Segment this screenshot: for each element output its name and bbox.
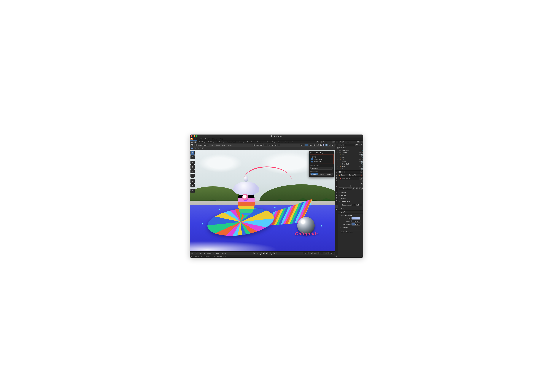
ptab-particles[interactable]: [335, 194, 338, 196]
slot-drag-handle[interactable]: ⠿: [350, 185, 351, 187]
autokey-toggle[interactable]: ●: [253, 252, 256, 254]
vp-menu-select[interactable]: Select: [215, 144, 221, 146]
ptab-scene[interactable]: [335, 182, 338, 185]
ptab-texture[interactable]: [335, 208, 338, 211]
eye-toggle[interactable]: 👁: [359, 168, 361, 169]
overlays-toggle[interactable]: ▾: [309, 144, 313, 146]
outliner-search[interactable]: [344, 144, 355, 146]
timeline-keying[interactable]: Keying: [206, 252, 212, 254]
panel-volume[interactable]: ▸Volume⠿: [338, 197, 363, 200]
viewport-metallic[interactable]: 0.000: [351, 220, 360, 223]
timeline-playback[interactable]: Playback: [195, 252, 203, 254]
render-toggle[interactable]: 📷: [361, 159, 363, 160]
vp-menu-view[interactable]: View: [209, 144, 214, 146]
slot-menu[interactable]: ▾: [360, 182, 363, 185]
menu-file[interactable]: File: [194, 138, 198, 140]
scene-world-checkbox[interactable]: ✓Scene World: [311, 161, 332, 163]
panel-lineart[interactable]: ▸Line Art⠿: [338, 210, 363, 214]
scene-new-button[interactable]: [332, 141, 335, 143]
renderpass-select[interactable]: Combined▾: [311, 167, 333, 169]
select-mode-4[interactable]: [200, 147, 201, 149]
tab-rendering[interactable]: Rendering: [255, 140, 265, 143]
ptab-tool[interactable]: [335, 171, 338, 174]
tool-select-box[interactable]: [190, 151, 194, 155]
select-mode-5[interactable]: [202, 147, 204, 149]
tab-geometry-nodes[interactable]: Geometry Nodes: [276, 140, 290, 143]
eye-toggle[interactable]: 👁: [359, 170, 361, 170]
minimize-window-button[interactable]: [194, 135, 195, 137]
outliner-item[interactable]: termark: [342, 170, 359, 170]
panel-displacement[interactable]: ▾Displacement⠿: [338, 200, 363, 203]
render-toggle[interactable]: 📷: [361, 168, 363, 169]
anim-dot-metallic[interactable]: [362, 221, 362, 222]
outliner-item[interactable]: Camera: [342, 152, 359, 153]
pause-render-button[interactable]: [331, 144, 334, 146]
timeline-editor-type[interactable]: ◐▾: [191, 252, 194, 254]
preview-range-toggle[interactable]: [310, 252, 313, 254]
compositor-disabled[interactable]: Disabled: [311, 173, 318, 175]
material-datablock[interactable]: ●▾ OceanWater: [339, 188, 353, 190]
panel-preview[interactable]: ▸Preview⠿: [338, 191, 363, 194]
tool-rotate[interactable]: [190, 165, 194, 169]
panel-surface[interactable]: ▸Surface⠿: [338, 194, 363, 197]
close-window-button[interactable]: [191, 135, 193, 137]
compositor-always[interactable]: Always: [325, 173, 332, 175]
mat-fakeuser[interactable]: ◯: [353, 188, 355, 190]
tab-uv-editing[interactable]: UV Editing: [215, 140, 225, 143]
viewport-roughness[interactable]: 0.400: [351, 223, 360, 226]
vp-menu-add[interactable]: Add: [221, 144, 226, 146]
render-toggle[interactable]: 📷: [361, 154, 363, 156]
outliner-item[interactable]: Sun: [342, 154, 359, 155]
eye-toggle[interactable]: 👁: [359, 152, 361, 153]
tab-compositing[interactable]: Compositing: [265, 140, 276, 143]
outliner-item[interactable]: OceanBed: [342, 163, 359, 165]
panel-vp-settings[interactable]: ▸Settings: [340, 226, 362, 229]
menu-window[interactable]: Window: [211, 138, 218, 140]
vp-menu-object[interactable]: Object: [227, 144, 233, 146]
viewport-color[interactable]: [351, 217, 360, 220]
snap-toggle[interactable]: [268, 144, 271, 146]
timeline-view[interactable]: View: [215, 252, 220, 254]
crumb-material[interactable]: OceanWater: [349, 174, 357, 176]
displacement-socket[interactable]: ●Default: [351, 204, 362, 206]
mat-unlink[interactable]: ×: [359, 188, 361, 190]
ptab-world[interactable]: [335, 185, 338, 188]
pivot-button[interactable]: ▾: [263, 144, 267, 146]
xray-toggle[interactable]: [313, 144, 316, 146]
scene-name[interactable]: Scene: [323, 141, 327, 143]
frame-start[interactable]: 1: [318, 252, 323, 254]
mat-nodetree[interactable]: ▾: [361, 188, 363, 190]
jump-start[interactable]: |◀: [259, 252, 262, 254]
pin-icon[interactable]: 📌: [361, 174, 363, 176]
tab-add[interactable]: +: [290, 140, 295, 143]
select-mode-1[interactable]: [191, 147, 193, 149]
render-toggle[interactable]: 📷: [361, 170, 363, 170]
eye-toggle[interactable]: 👁: [359, 165, 361, 167]
slot-remove[interactable]: −: [360, 180, 363, 182]
render-toggle[interactable]: 📷: [361, 149, 363, 151]
slot-add[interactable]: +: [360, 177, 363, 180]
proportional-options[interactable]: ▾: [278, 144, 280, 146]
play[interactable]: [268, 252, 270, 254]
ptab-data[interactable]: [335, 202, 338, 205]
ptab-object[interactable]: [335, 188, 338, 191]
outliner-editor-type[interactable]: ☰▾: [336, 144, 339, 146]
jump-end[interactable]: ▶|: [274, 252, 276, 254]
snap-options[interactable]: ▾: [271, 144, 274, 146]
tool-scale[interactable]: [190, 169, 194, 173]
tool-annotate[interactable]: [190, 179, 194, 183]
outliner-item[interactable]: opoid: [342, 156, 359, 158]
scene-lights-checkbox[interactable]: ✓Scene Lights: [311, 158, 332, 161]
tab-shading[interactable]: Shading: [237, 140, 245, 143]
ptab-output[interactable]: [335, 177, 338, 179]
eye-toggle[interactable]: 👁: [359, 159, 361, 160]
current-frame[interactable]: 37: [303, 252, 309, 254]
outliner-item[interactable]: ntsCamera: [342, 149, 359, 151]
render-toggle[interactable]: 📷: [361, 156, 363, 158]
outliner-collection[interactable]: Collection: [339, 147, 363, 149]
panel-viewport-display[interactable]: ▾Viewport Display⠿: [338, 214, 363, 217]
tool-transform[interactable]: [190, 174, 194, 178]
tab-sculpting[interactable]: Sculpting: [206, 140, 215, 143]
scene-browse-icon[interactable]: [316, 141, 319, 143]
ptab-modifiers[interactable]: [335, 191, 338, 194]
